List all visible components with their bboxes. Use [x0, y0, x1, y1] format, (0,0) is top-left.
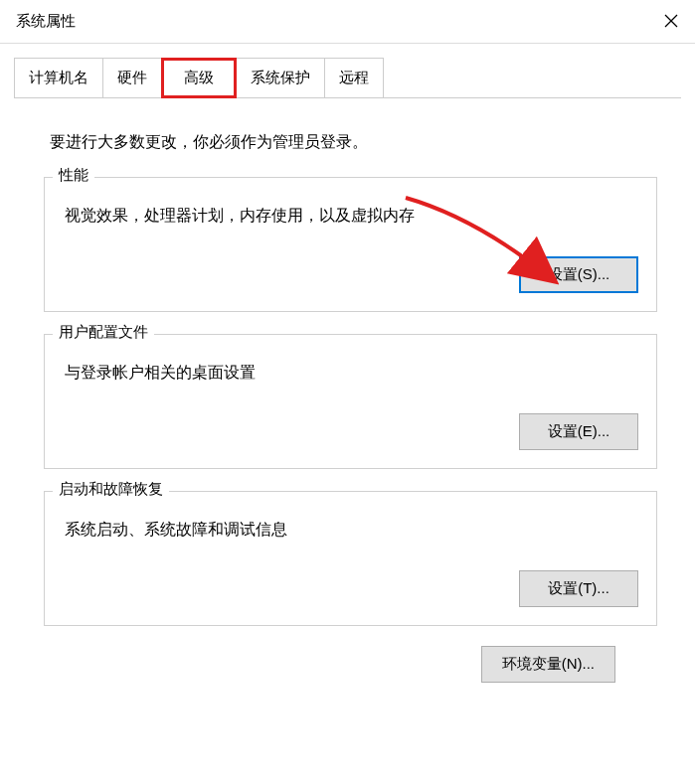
- tab-content: 要进行大多数更改，你必须作为管理员登录。 性能 视觉效果，处理器计划，内存使用，…: [14, 97, 681, 703]
- group-profiles: 用户配置文件 与登录帐户相关的桌面设置 设置(E)...: [44, 334, 657, 469]
- close-icon: [664, 10, 678, 33]
- tab-remote[interactable]: 远程: [324, 58, 384, 98]
- tab-computer-name[interactable]: 计算机名: [14, 58, 103, 98]
- button-row: 设置(E)...: [63, 413, 638, 450]
- button-row: 设置(T)...: [63, 570, 638, 607]
- group-profiles-desc: 与登录帐户相关的桌面设置: [65, 363, 638, 384]
- window-title: 系统属性: [16, 12, 76, 31]
- profiles-settings-button[interactable]: 设置(E)...: [519, 413, 638, 450]
- tab-system-protection[interactable]: 系统保护: [236, 58, 325, 98]
- group-performance-legend: 性能: [53, 166, 94, 185]
- group-startup: 启动和故障恢复 系统启动、系统故障和调试信息 设置(T)...: [44, 491, 657, 626]
- titlebar: 系统属性: [0, 0, 695, 44]
- group-profiles-legend: 用户配置文件: [53, 323, 154, 342]
- tab-strip: 计算机名 硬件 高级 系统保护 远程: [14, 58, 695, 98]
- group-performance-desc: 视觉效果，处理器计划，内存使用，以及虚拟内存: [65, 206, 638, 227]
- footer-row: 环境变量(N)...: [44, 626, 657, 683]
- close-button[interactable]: [647, 0, 695, 44]
- tab-hardware[interactable]: 硬件: [102, 58, 162, 98]
- admin-hint: 要进行大多数更改，你必须作为管理员登录。: [50, 132, 651, 153]
- env-vars-button[interactable]: 环境变量(N)...: [481, 646, 615, 683]
- performance-settings-button[interactable]: 设置(S)...: [519, 256, 638, 293]
- group-performance: 性能 视觉效果，处理器计划，内存使用，以及虚拟内存 设置(S)...: [44, 177, 657, 312]
- startup-settings-button[interactable]: 设置(T)...: [519, 570, 638, 607]
- group-startup-desc: 系统启动、系统故障和调试信息: [65, 520, 638, 541]
- tab-advanced[interactable]: 高级: [161, 58, 237, 98]
- button-row: 设置(S)...: [63, 256, 638, 293]
- group-startup-legend: 启动和故障恢复: [53, 480, 169, 499]
